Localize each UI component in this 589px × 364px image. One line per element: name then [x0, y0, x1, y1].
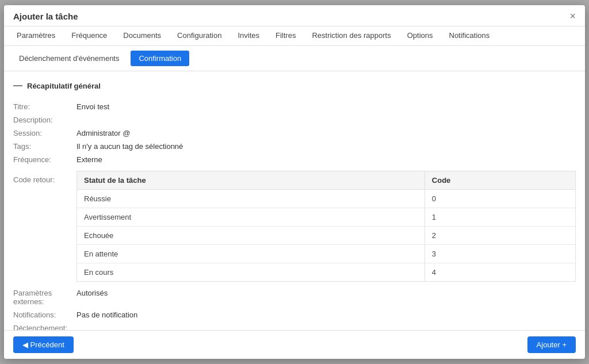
- close-button[interactable]: ×: [569, 11, 576, 21]
- tabs-row: ParamètresFréquenceDocumentsConfiguratio…: [4, 26, 585, 46]
- info-grid: Titre:Envoi testDescription:Session:Admi…: [13, 100, 576, 166]
- status-cell: Réussie: [77, 190, 425, 208]
- info-value: Externe: [77, 153, 576, 166]
- modal-title: Ajouter la tâche: [13, 12, 78, 21]
- code-cell: 0: [424, 190, 575, 208]
- info-value: Il n'y a aucun tag de sélectionné: [77, 140, 576, 153]
- tab-filtres[interactable]: Filtres: [267, 26, 304, 45]
- extra-value: Autorisés: [77, 286, 576, 308]
- tab-documents[interactable]: Documents: [115, 26, 169, 45]
- subtab-déclenchement-d'événements[interactable]: Déclenchement d'événements: [11, 51, 127, 66]
- info-value: [77, 113, 576, 127]
- tab-configuration[interactable]: Configuration: [169, 26, 230, 45]
- tab-paramètres[interactable]: Paramètres: [9, 26, 63, 45]
- tab-invites[interactable]: Invites: [230, 26, 267, 45]
- info-label: Titre:: [13, 100, 77, 113]
- code-cell: 2: [424, 227, 575, 245]
- table-header: Code: [424, 171, 575, 190]
- extra-label: Déclenchement:: [13, 321, 77, 330]
- code-retour-row: Code retour: Statut de la tâcheCodeRéuss…: [13, 171, 576, 282]
- status-cell: En cours: [77, 263, 425, 282]
- info-label: Tags:: [13, 140, 77, 153]
- info-label: Description:: [13, 113, 77, 127]
- info-value: Envoi test: [77, 100, 576, 113]
- tab-restriction-des-rapports[interactable]: Restriction des rapports: [304, 26, 399, 45]
- table-header: Statut de la tâche: [77, 171, 425, 190]
- table-row: En cours4: [77, 263, 576, 282]
- info-label: Fréquence:: [13, 153, 77, 166]
- table-row: En attente3: [77, 245, 576, 263]
- status-cell: Avertissement: [77, 208, 425, 227]
- status-table: Statut de la tâcheCodeRéussie0Avertissem…: [77, 171, 576, 282]
- table-row: Réussie0: [77, 190, 576, 208]
- status-cell: Echouée: [77, 227, 425, 245]
- info-label: Session:: [13, 127, 77, 140]
- section-header: — Récapitulatif général: [13, 81, 576, 91]
- code-cell: 4: [424, 263, 575, 282]
- subtabs-row: Déclenchement d'événementsConfirmation: [4, 46, 585, 71]
- tab-fréquence[interactable]: Fréquence: [63, 26, 115, 45]
- info-value: Administrator @: [77, 127, 576, 140]
- subtab-confirmation[interactable]: Confirmation: [131, 51, 189, 66]
- extra-value: Pas de notification: [77, 308, 576, 321]
- table-row: Echouée2: [77, 227, 576, 245]
- extra-label: Paramètres externes:: [13, 286, 77, 308]
- modal-body: — Récapitulatif général Titre:Envoi test…: [4, 71, 585, 330]
- modal-header: Ajouter la tâche ×: [4, 5, 585, 26]
- code-cell: 3: [424, 245, 575, 263]
- tab-options[interactable]: Options: [399, 26, 441, 45]
- section-title: Récapitulatif général: [27, 82, 101, 90]
- extra-label: Notifications:: [13, 308, 77, 321]
- code-retour-label: Code retour:: [13, 171, 77, 186]
- status-cell: En attente: [77, 245, 425, 263]
- modal: Ajouter la tâche × ParamètresFréquenceDo…: [4, 5, 585, 359]
- table-row: Avertissement1: [77, 208, 576, 227]
- minus-icon: —: [13, 81, 22, 91]
- extra-value: [77, 321, 576, 330]
- add-button[interactable]: Ajouter +: [527, 336, 576, 353]
- code-cell: 1: [424, 208, 575, 227]
- tab-notifications[interactable]: Notifications: [441, 26, 498, 45]
- extra-fields-grid: Paramètres externes:AutorisésNotificatio…: [13, 286, 576, 330]
- modal-footer: ◀ Précédent Ajouter +: [4, 330, 585, 359]
- prev-button[interactable]: ◀ Précédent: [13, 336, 74, 353]
